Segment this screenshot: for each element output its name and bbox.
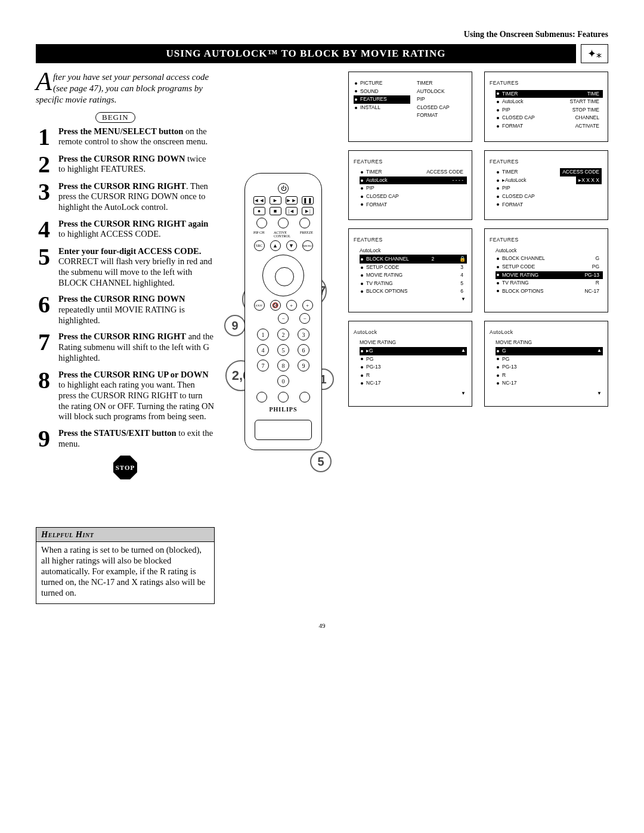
step-text: Press the CURSOR RING RIGHT again to hig… xyxy=(58,219,215,240)
helpful-hint-box: Helpful Hint When a rating is set to be … xyxy=(36,527,215,604)
intro-text: fter you have set your personal access c… xyxy=(36,72,209,104)
remote-control: ⏻ ◄◄ ► ►► ❚❚ ● ■ |◄ ►| xyxy=(244,173,322,450)
begin-badge: BEGIN xyxy=(95,112,135,123)
osd-screen: FEATURESTIMERTIMEAutoLockSTART TIMEPIPST… xyxy=(484,72,608,142)
step-number: 2 xyxy=(36,154,52,175)
step-number: 8 xyxy=(36,370,52,422)
position-button[interactable] xyxy=(256,392,267,402)
menu-screens: PICTURESOUNDFEATURESINSTALLTIMERAUTOLOCK… xyxy=(348,72,608,604)
mute-button[interactable]: 🔇 xyxy=(270,300,281,311)
step: 9 Press the STATUS/EXIT button to exit t… xyxy=(36,428,215,450)
ch-up[interactable]: + xyxy=(302,300,313,311)
dropcap: A xyxy=(36,72,52,92)
osd-screen: PICTURESOUNDFEATURESINSTALLTIMERAUTOLOCK… xyxy=(348,72,472,142)
numpad-1[interactable]: 1 xyxy=(257,329,269,340)
step-text: Press the CURSOR RING RIGHT and the Rati… xyxy=(58,332,215,363)
section-header: Using the Onscreen Submenus: Features xyxy=(36,30,608,39)
step-number: 7 xyxy=(36,332,52,363)
transport-record[interactable]: ● xyxy=(253,207,265,215)
transport-ff[interactable]: ►► xyxy=(286,196,298,205)
step-text: Press the CURSOR RING RIGHT. Then press … xyxy=(58,181,215,213)
intro-paragraph: After you have set your personal access … xyxy=(36,72,215,106)
page-number: 49 xyxy=(36,622,608,629)
stop-icon: STOP xyxy=(113,456,137,479)
title-icon: ✦⁎ xyxy=(581,44,608,63)
numpad-0[interactable]: 0 xyxy=(277,375,289,387)
brand-label: PHILIPS xyxy=(251,406,315,413)
vol-up[interactable]: + xyxy=(286,300,297,311)
step: 3 Press the CURSOR RING RIGHT. Then pres… xyxy=(36,181,215,213)
stop-badge-wrap: STOP xyxy=(36,456,215,479)
osd-screen: AutoLockMOVIE RATING▸G▲PGPG-13RNC-17▼ xyxy=(348,321,472,407)
vol-down[interactable]: − xyxy=(278,313,289,324)
hint-body: When a rating is set to be turned on (bl… xyxy=(36,542,214,603)
step-text: Press the CURSOR RING DOWN repeatedly un… xyxy=(58,294,215,326)
step-text: Press the STATUS/EXIT button to exit the… xyxy=(58,428,215,450)
power-button[interactable]: ⏻ xyxy=(278,183,289,194)
step-text: Press the MENU/SELECT button on the remo… xyxy=(58,126,215,148)
remote-column: 983,4,72,615 ⏻ ◄◄ ► ►► ❚❚ ● ■ |◄ ►| xyxy=(227,72,340,604)
pip-button[interactable] xyxy=(278,392,289,402)
numpad-5[interactable]: 5 xyxy=(277,344,289,356)
step: 7 Press the CURSOR RING RIGHT and the Ra… xyxy=(36,332,215,363)
numpad-3[interactable]: 3 xyxy=(298,329,309,340)
pip-up[interactable]: ▲ xyxy=(270,240,281,251)
acc-button[interactable] xyxy=(299,218,310,228)
swap-button[interactable] xyxy=(299,392,310,402)
step-text: Press the CURSOR RING UP or DOWN to high… xyxy=(58,370,215,422)
numpad-8[interactable]: 8 xyxy=(277,360,289,371)
step-number: 3 xyxy=(36,181,52,213)
menu-select-button[interactable]: MENU xyxy=(302,240,313,251)
transport-stop[interactable]: ■ xyxy=(270,207,281,215)
cursor-ring[interactable] xyxy=(262,255,304,296)
step: 2 Press the CURSOR RING DOWN twice to hi… xyxy=(36,154,215,175)
numpad-4[interactable]: 4 xyxy=(257,344,269,356)
step: 6 Press the CURSOR RING DOWN repeatedly … xyxy=(36,294,215,326)
step-number: 9 xyxy=(36,428,52,450)
numpad-2[interactable]: 2 xyxy=(277,329,289,340)
dvd-button[interactable] xyxy=(278,218,289,228)
step-text: Press the CURSOR RING DOWN twice to high… xyxy=(58,154,215,175)
step-number: 1 xyxy=(36,126,52,148)
step-number: 6 xyxy=(36,294,52,326)
osd-screen: FEATURESAutoLockBLOCK CHANNELGSETUP CODE… xyxy=(484,228,608,312)
osd-screen: AutoLockMOVIE RATINGG▲PGPG-13RNC-17▼ xyxy=(484,321,608,407)
status-exit-button[interactable]: EXIT xyxy=(254,300,265,311)
step: 4 Press the CURSOR RING RIGHT again to h… xyxy=(36,219,215,240)
source-button[interactable]: SRC xyxy=(254,240,265,251)
hint-title: Helpful Hint xyxy=(36,528,214,542)
callout-9: 9 xyxy=(224,315,246,336)
osd-screen: FEATURESTIMERACCESS CODEAutoLock- - - -P… xyxy=(348,150,472,221)
transport-prev[interactable]: |◄ xyxy=(286,207,298,215)
transport-rewind[interactable]: ◄◄ xyxy=(253,196,265,205)
ch-down[interactable]: − xyxy=(299,313,310,324)
pip-down[interactable]: ▼ xyxy=(286,240,297,251)
callout-5: 5 xyxy=(310,451,332,472)
page-title: USING AUTOLOCK™ TO BLOCK BY MOVIE RATING xyxy=(36,44,576,63)
transport-next[interactable]: ►| xyxy=(302,207,314,215)
step-number: 4 xyxy=(36,219,52,240)
step: 5 Enter your four-digit ACCESS CODE. COR… xyxy=(36,246,215,289)
vcr-button[interactable] xyxy=(256,218,267,228)
step: 1 Press the MENU/SELECT button on the re… xyxy=(36,126,215,148)
numpad-6[interactable]: 6 xyxy=(298,344,309,356)
numpad-9[interactable]: 9 xyxy=(298,360,309,371)
numpad-7[interactable]: 7 xyxy=(257,360,269,371)
step-text: Enter your four-digit ACCESS CODE. CORRE… xyxy=(58,246,215,289)
osd-screen: FEATURESAutoLockBLOCK CHANNEL2🔒SETUP COD… xyxy=(348,228,472,312)
title-bar: USING AUTOLOCK™ TO BLOCK BY MOVIE RATING… xyxy=(36,44,608,63)
osd-screen: FEATURESTIMERACCESS CODE▸AutoLock▸X X X … xyxy=(484,150,608,221)
remote-door xyxy=(255,420,312,440)
step-number: 5 xyxy=(36,246,52,289)
transport-play[interactable]: ► xyxy=(270,196,281,205)
transport-pause[interactable]: ❚❚ xyxy=(302,196,314,205)
step: 8 Press the CURSOR RING UP or DOWN to hi… xyxy=(36,370,215,422)
